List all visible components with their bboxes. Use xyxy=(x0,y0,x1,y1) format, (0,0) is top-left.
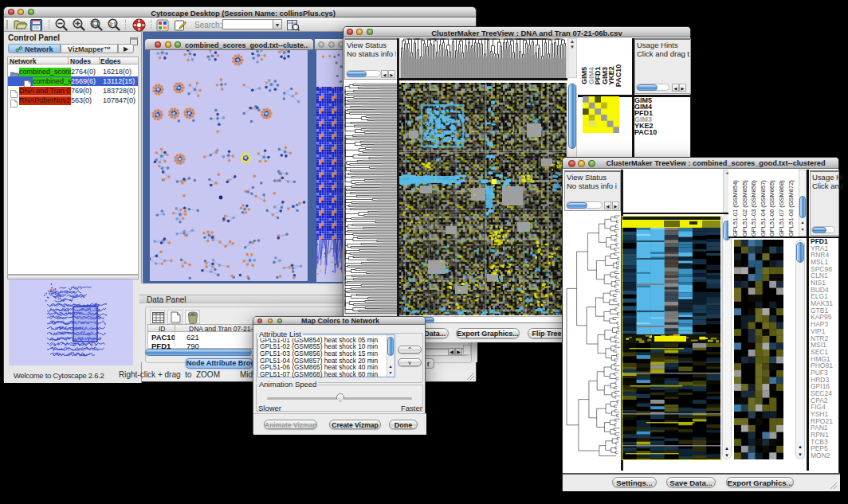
svg-text:1:1: 1:1 xyxy=(110,21,116,26)
